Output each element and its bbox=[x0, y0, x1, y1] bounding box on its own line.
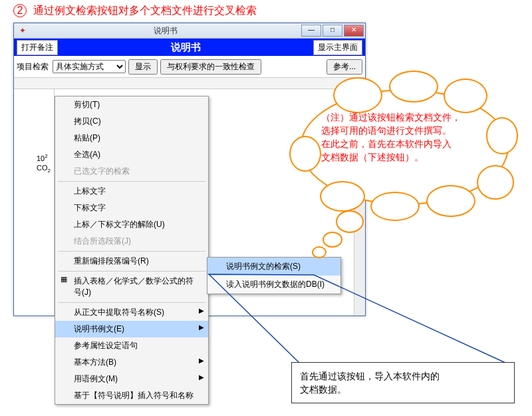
menu-item-label: 剪切(T) bbox=[74, 100, 100, 109]
menu-item-label: 从正文中提取符号名称(S) bbox=[74, 308, 164, 317]
left-gutter: 102 CO2 bbox=[14, 89, 55, 315]
menu-item-11[interactable]: 重新编排段落编号(R) bbox=[55, 253, 208, 270]
menu-item-icon: ▦ bbox=[59, 275, 68, 284]
submenu-arrow-icon: ▶ bbox=[199, 307, 204, 314]
menu-item-9: 结合所选段落(J) bbox=[55, 233, 208, 250]
show-main-button[interactable]: 显示主界面 bbox=[313, 40, 362, 55]
context-menu: 剪切(T)拷贝(C)粘贴(P)全选(A)已选文字的检索上标文字下标文字上标／下标… bbox=[55, 96, 209, 405]
menu-item-6[interactable]: 上标文字 bbox=[55, 183, 208, 200]
menu-item-label: 插入表格／化学式／数学公式的符号(J) bbox=[74, 276, 194, 297]
thought-cloud: （注）通过该按钮检索文档文件， 选择可用的语句进行文件撰写。 在此之前，首先在本… bbox=[296, 69, 515, 229]
heading-text: 通过例文检索按钮对多个文档文件进行交叉检索 bbox=[33, 5, 257, 16]
superscript-example: 102 bbox=[37, 152, 51, 163]
submenu: 说明书例文的检索(S)读入说明书例文数据的DB(I) bbox=[207, 257, 341, 294]
menu-item-13[interactable]: ▦插入表格／化学式／数学公式的符号(J) bbox=[55, 273, 208, 301]
menu-item-label: 上标文字 bbox=[74, 186, 106, 196]
menu-item-label: 已选文字的检索 bbox=[74, 166, 130, 176]
menu-item-label: 粘贴(P) bbox=[74, 133, 100, 142]
heading-number: 2 bbox=[13, 4, 27, 17]
menu-separator bbox=[58, 302, 205, 303]
menu-item-17[interactable]: 参考属性设定语句 bbox=[55, 337, 208, 354]
menu-separator bbox=[58, 251, 205, 252]
menu-item-7[interactable]: 下标文字 bbox=[55, 200, 208, 216]
show-button[interactable]: 显示 bbox=[128, 59, 158, 75]
callout-box: 首先通过该按钮，导入本软件内的 文档数据。 bbox=[291, 362, 515, 403]
menu-item-label: 结合所选段落(J) bbox=[74, 236, 131, 246]
menu-item-label: 全选(A) bbox=[74, 150, 100, 159]
menu-item-label: 拷贝(C) bbox=[74, 116, 101, 126]
menu-item-4: 已选文字的检索 bbox=[55, 163, 208, 180]
maximize-button[interactable]: □ bbox=[323, 25, 342, 37]
close-button[interactable]: ✕ bbox=[344, 25, 364, 37]
primary-toolbar: 打开备注 说明书 显示主界面 bbox=[14, 39, 365, 56]
menu-item-label: 用语例文(M) bbox=[74, 374, 118, 383]
submenu-arrow-icon: ▶ bbox=[199, 323, 204, 331]
page-heading: 2 通过例文检索按钮对多个文档文件进行交叉检索 bbox=[13, 4, 257, 18]
consistency-check-button[interactable]: 与权利要求的一致性检查 bbox=[160, 59, 261, 75]
subscript-example: CO2 bbox=[37, 163, 51, 176]
submenu-arrow-icon: ▶ bbox=[199, 357, 204, 364]
menu-item-3[interactable]: 全选(A) bbox=[55, 146, 208, 163]
menu-item-label: 上标／下标文字的解除(U) bbox=[74, 220, 165, 229]
menu-item-label: 说明书例文(E) bbox=[74, 324, 124, 333]
menu-separator bbox=[58, 181, 205, 182]
open-notes-button[interactable]: 打开备注 bbox=[17, 40, 58, 55]
submenu-arrow-icon: ▶ bbox=[199, 373, 204, 381]
cloud-note-text: （注）通过该按钮检索文档文件， 选择可用的语句进行文件撰写。 在此之前，首先在本… bbox=[321, 110, 497, 164]
menu-item-15[interactable]: 从正文中提取符号名称(S)▶ bbox=[55, 304, 208, 321]
menu-item-label: 重新编排段落编号(R) bbox=[74, 256, 149, 266]
menu-separator bbox=[58, 271, 205, 272]
submenu-item-0[interactable]: 说明书例文的检索(S) bbox=[207, 258, 340, 276]
gutter-labels: 102 CO2 bbox=[37, 152, 51, 176]
menu-item-label: 参考属性设定语句 bbox=[74, 341, 138, 350]
menu-item-16[interactable]: 说明书例文(E)▶ bbox=[55, 321, 208, 337]
menu-item-0[interactable]: 剪切(T) bbox=[55, 97, 208, 113]
menu-item-label: 基于【符号说明】插入符号和名称 bbox=[74, 391, 194, 400]
search-label: 项目检索 bbox=[17, 61, 49, 73]
menu-item-label: 下标文字 bbox=[74, 203, 106, 212]
toolbar-title: 说明书 bbox=[58, 41, 313, 54]
menu-item-18[interactable]: 基本方法(B)▶ bbox=[55, 354, 208, 371]
menu-item-19[interactable]: 用语例文(M)▶ bbox=[55, 371, 208, 387]
titlebar: ✦ 说明书 — □ ✕ bbox=[14, 23, 365, 39]
window-title: 说明书 bbox=[31, 25, 300, 37]
app-icon: ✦ bbox=[18, 26, 27, 35]
menu-item-8[interactable]: 上标／下标文字的解除(U) bbox=[55, 216, 208, 233]
menu-item-1[interactable]: 拷贝(C) bbox=[55, 113, 208, 130]
section-select[interactable]: 具体实施方式 bbox=[53, 60, 126, 73]
minimize-button[interactable]: — bbox=[301, 25, 321, 37]
window-controls: — □ ✕ bbox=[300, 25, 364, 37]
menu-item-2[interactable]: 粘贴(P) bbox=[55, 130, 208, 146]
submenu-item-1[interactable]: 读入说明书例文数据的DB(I) bbox=[207, 276, 340, 294]
menu-item-20[interactable]: 基于【符号说明】插入符号和名称 bbox=[55, 387, 208, 404]
menu-item-label: 基本方法(B) bbox=[74, 357, 116, 367]
